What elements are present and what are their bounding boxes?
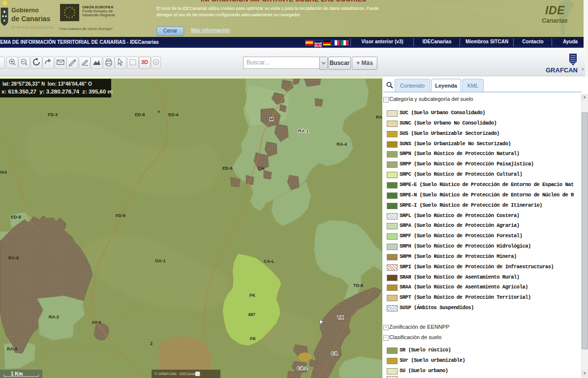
svg-text:ED-6: ED-6 — [222, 166, 233, 171]
svg-text:×: × — [157, 109, 160, 114]
svg-text:RA-2: RA-2 — [49, 315, 59, 319]
svg-text:ED-8: ED-8 — [11, 215, 21, 220]
svg-text:CA: CA — [258, 166, 264, 171]
svg-text:AV4: AV4 — [0, 170, 7, 175]
svg-text:RA-4: RA-4 — [337, 142, 347, 147]
svg-text:lat: 28°57'26,33" N lon: 13°4: lat: 28°57'26,33" N lon: 13°46'04,46" O — [2, 81, 92, 87]
svg-text:TD-6: TD-6 — [353, 283, 363, 288]
svg-text:FK: FK — [250, 336, 256, 341]
svg-text:CA-2: CA-2 — [297, 366, 308, 371]
svg-text:497: 497 — [248, 312, 255, 317]
svg-text:M: M — [270, 117, 274, 122]
svg-text:FD-8: FD-8 — [116, 213, 125, 218]
svg-text:TX: TX — [338, 315, 343, 320]
svg-text:CA-L: CA-L — [264, 259, 275, 264]
svg-text:OA-1: OA-1 — [155, 258, 166, 263]
svg-text:RA-6: RA-6 — [8, 255, 19, 260]
svg-text:© GRAFCAN · IDECanarias: © GRAFCAN · IDECanarias — [155, 372, 201, 376]
svg-text:AV-6: AV-6 — [92, 320, 101, 325]
svg-text:ED-4: ED-4 — [168, 112, 179, 117]
svg-text:FD-3: FD-3 — [48, 112, 58, 117]
svg-text:FK: FK — [249, 293, 255, 298]
svg-text:1 Km: 1 Km — [11, 371, 23, 377]
svg-text:ED-8: ED-8 — [135, 112, 145, 117]
svg-text:CA: CA — [331, 351, 338, 356]
svg-text:RA-1: RA-1 — [298, 128, 309, 133]
svg-text:RA: RA — [376, 115, 382, 120]
svg-text:RA-4: RA-4 — [7, 346, 17, 351]
svg-text:Z: Z — [150, 341, 153, 346]
svg-text:x: 619.350,27 y: 3.280.278,74: x: 619.350,27 y: 3.280.278,74 z: 395,60 … — [1, 89, 113, 94]
